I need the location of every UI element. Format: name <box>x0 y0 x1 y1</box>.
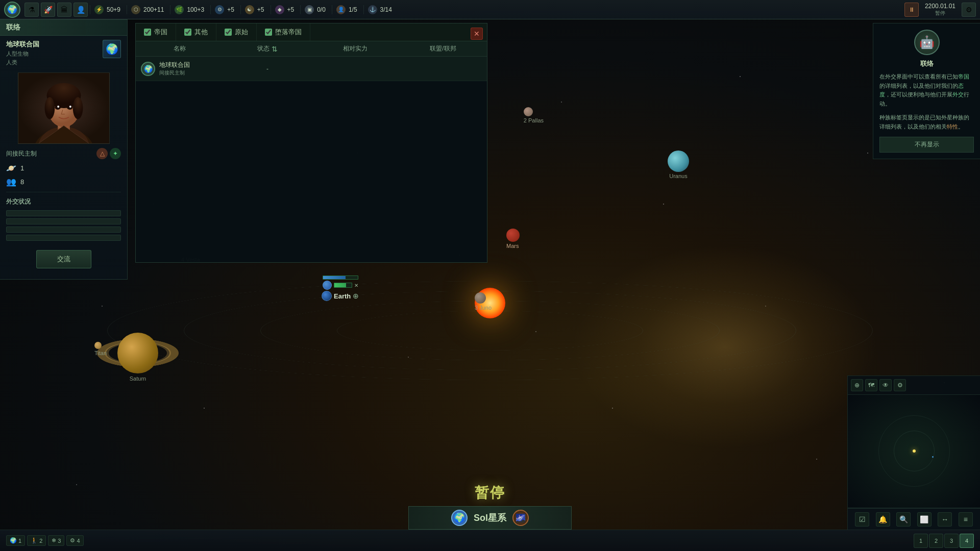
alloys-value: 0/0 <box>317 6 326 13</box>
queue-item-4[interactable]: ⚙ 4 <box>66 535 83 546</box>
tech-icon-btn[interactable]: ⚗ <box>24 3 39 17</box>
close-button[interactable]: ✕ <box>471 28 483 40</box>
speed-3-btn[interactable]: 3 <box>944 534 959 548</box>
mars-container[interactable]: Mars <box>506 229 520 249</box>
titan-label[interactable]: Titan <box>94 342 107 356</box>
uranus-label: Uranus <box>668 173 689 179</box>
alloys-icon: ▣ <box>305 5 314 14</box>
food-resource: 🌿 100+3 <box>170 5 208 14</box>
bottom-bar: 🌍 1 🚶 2 ❄ 3 ⚙ 4 1 2 3 4 <box>0 530 980 551</box>
queue-icon-4: ⚙ <box>70 537 75 544</box>
colony-icon-btn[interactable]: 🏛 <box>57 3 71 17</box>
system-right-icon[interactable]: 🌌 <box>512 510 529 526</box>
speed-2-btn[interactable]: 2 <box>929 534 943 548</box>
map-tool-1[interactable]: ☑ <box>855 512 869 527</box>
empire-type: 人型生物 <box>6 50 39 58</box>
tech-icon: ⚙ <box>215 5 224 14</box>
map-tool-2[interactable]: 🔔 <box>876 512 890 527</box>
minimap-btn-3[interactable]: 👁 <box>879 379 892 391</box>
diplo-empire-info: 地球联合国 间接民主制 <box>159 61 190 77</box>
map-tool-4[interactable]: ⬜ <box>917 512 932 527</box>
queue-label-1: 1 <box>18 538 21 544</box>
saturn-label: Saturn <box>117 375 158 382</box>
speed-4-btn[interactable]: 4 <box>960 534 974 548</box>
earth-bar-row-2: ✕ <box>323 281 358 290</box>
uranus-planet <box>668 151 689 172</box>
tech-value: +5 <box>227 6 234 13</box>
saturn-container[interactable]: Saturn <box>117 333 158 382</box>
stats-planets: 🪐 1 <box>0 161 127 175</box>
earth-name: Earth <box>334 292 351 300</box>
planet-stat-value: 1 <box>20 164 24 172</box>
influence-value: +5 <box>287 6 295 13</box>
pallas-planet <box>524 107 533 116</box>
diplomacy-bars <box>0 208 127 245</box>
nebula <box>572 245 878 449</box>
queue-item-1[interactable]: 🌍 1 <box>6 535 25 546</box>
unity-icon: ☯ <box>245 5 254 14</box>
filter-primitive-check[interactable] <box>225 29 232 36</box>
queue-row: 🌍 1 🚶 2 ❄ 3 ⚙ 4 <box>6 535 84 546</box>
pallas-container[interactable]: 2 Pallas <box>524 107 544 123</box>
govt-type: 间接民主制 △ ✦ <box>0 146 127 161</box>
minimap-earth-dot <box>932 456 934 458</box>
tech-resource: ⚙ +5 <box>210 5 238 14</box>
earth-bars: ✕ <box>323 276 358 290</box>
filter-other-label: 其他 <box>194 28 208 37</box>
queue-item-3[interactable]: ❄ 3 <box>48 535 64 546</box>
map-tool-6[interactable]: ≡ <box>959 512 973 527</box>
diplo-empire-govt: 间接民主制 <box>159 69 190 77</box>
info-panel: 🤖 联络 在外交界面中可以查看所有已知帝国的详细列表，以及他们对我们的态度，还可… <box>873 23 980 159</box>
minimap-btn-2[interactable]: 🗺 <box>865 379 877 391</box>
minimap-btn-1[interactable]: ⊕ <box>851 379 863 391</box>
leader-portrait <box>18 72 110 144</box>
minimap-area[interactable]: ⊕ 🗺 👁 ⚙ <box>847 375 980 508</box>
svg-point-10 <box>57 106 59 108</box>
col-alliance: 联盟/联邦 <box>399 44 487 53</box>
filter-other[interactable]: 其他 <box>176 23 216 41</box>
pause-button[interactable]: ⏸ <box>904 3 919 17</box>
settings-icon-btn[interactable]: ⚙ <box>962 3 976 17</box>
diplo-filters: 帝国 其他 原始 堕落帝国 ✕ <box>136 23 487 41</box>
ships-icon-btn[interactable]: 🚀 <box>41 3 55 17</box>
map-tool-3[interactable]: 🔍 <box>896 512 911 527</box>
uranus-container[interactable]: Uranus <box>668 151 689 179</box>
empire-icon-btn[interactable]: 🌍 <box>4 2 20 18</box>
exchange-button[interactable]: 交流 <box>36 250 91 268</box>
empire-flag[interactable]: 🌍 <box>103 40 121 58</box>
filter-fallen[interactable]: 堕落帝国 <box>257 23 310 41</box>
diplo-empire-cell: 🌍 地球联合国 间接民主制 <box>136 61 224 77</box>
filter-fallen-check[interactable] <box>265 29 272 36</box>
diplo-table-header: 名称 状态 ⇅ 相对实力 联盟/联邦 <box>136 41 487 57</box>
left-panel-title: 联络 <box>6 23 20 31</box>
empire-subtype: 人类 <box>6 59 39 66</box>
filter-primitive[interactable]: 原始 <box>216 23 257 41</box>
filter-other-check[interactable] <box>184 29 191 36</box>
col-status: 状态 ⇅ <box>224 44 311 53</box>
earth-icon <box>323 281 332 290</box>
earth-area[interactable]: ✕ Earth ⊕ <box>322 276 359 301</box>
naval-resource: ⚓ 3/14 <box>363 5 396 14</box>
food-icon: 🌿 <box>175 5 184 14</box>
queue-item-2[interactable]: 🚶 2 <box>27 535 46 546</box>
minimap-btn-4[interactable]: ⚙ <box>894 379 906 391</box>
minerals-resource: ⬡ 200+11 <box>127 5 168 14</box>
unity-value: +5 <box>257 6 264 13</box>
highlight-attitude: 态度 <box>879 83 964 98</box>
diplo-empire-icon: 🌍 <box>141 62 155 76</box>
no-show-button[interactable]: 不再显示 <box>879 137 974 153</box>
system-left-icon[interactable]: 🌍 <box>451 510 468 526</box>
speed-1-btn[interactable]: 1 <box>914 534 928 548</box>
stats-pops: 👥 8 <box>0 175 127 189</box>
sort-icon[interactable]: ⇅ <box>272 45 278 53</box>
naval-value: 3/14 <box>380 6 392 13</box>
filter-empire-check[interactable] <box>144 29 151 36</box>
diplo-bar-1 <box>6 210 121 216</box>
minimap-display <box>848 395 980 507</box>
juno-container[interactable]: 3 Juno <box>475 292 492 311</box>
leader-icon-btn[interactable]: 👤 <box>74 3 88 17</box>
diplo-row-0[interactable]: 🌍 地球联合国 间接民主制 - <box>136 57 487 81</box>
filter-empire[interactable]: 帝国 <box>136 23 176 41</box>
map-tool-5[interactable]: ↔ <box>938 512 952 527</box>
system-bar: 🌍 Sol星系 🌌 <box>408 506 572 530</box>
